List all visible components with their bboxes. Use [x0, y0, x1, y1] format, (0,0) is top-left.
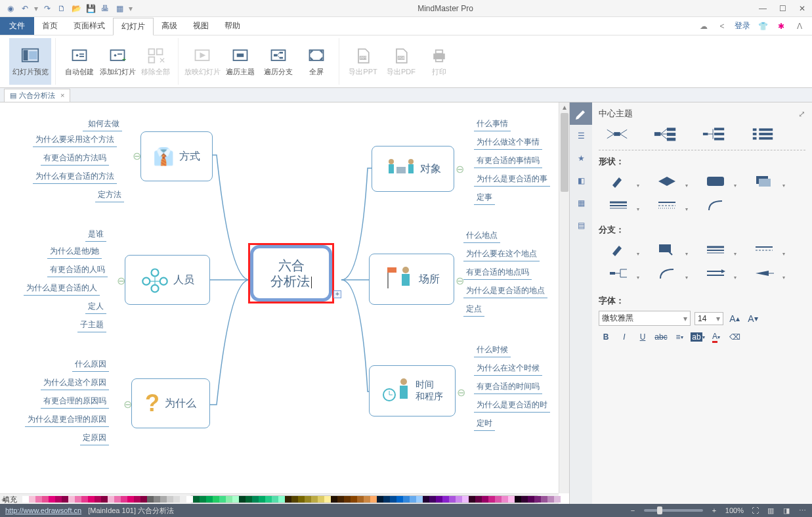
more-icon[interactable]: ⋯ [798, 506, 807, 515]
sidetab-clip[interactable]: ◧ [570, 169, 592, 192]
share-icon[interactable]: < [716, 20, 728, 32]
branch-fill[interactable]: ▾ [599, 240, 638, 259]
swatch[interactable] [173, 496, 180, 503]
app-logo-icon[interactable]: ✱ [775, 20, 787, 32]
sub-people-4[interactable]: 定人 [85, 300, 106, 314]
rounded-rect[interactable]: ▾ [696, 171, 735, 191]
center-topic-text[interactable]: 六合 分析法 [250, 245, 332, 302]
shadow-button[interactable]: ▾ [744, 171, 784, 191]
swatch[interactable] [278, 496, 285, 503]
swatch[interactable] [213, 496, 219, 503]
sub-object-1[interactable]: 为什么做这个事情 [474, 135, 542, 150]
swatch[interactable] [377, 496, 383, 503]
swatch[interactable] [200, 496, 206, 503]
swatch[interactable] [429, 496, 436, 503]
sidetab-badge[interactable]: ★ [570, 147, 592, 169]
sub-time-4[interactable]: 定时 [474, 416, 495, 431]
swatch[interactable] [547, 496, 554, 503]
swatch[interactable] [462, 496, 469, 503]
tab-view[interactable]: 视图 [185, 17, 217, 35]
branch-dash[interactable]: ▾ [744, 240, 784, 259]
swatch[interactable] [22, 496, 29, 503]
sub-why-1[interactable]: 为什么是这个原因 [41, 376, 109, 390]
sub-people-5[interactable]: 子主题 [77, 318, 106, 332]
underline-button[interactable]: U [635, 330, 650, 344]
swatch[interactable] [81, 496, 88, 503]
add-child-icon[interactable]: + [333, 290, 341, 298]
branch-format[interactable]: ▾ [647, 240, 687, 259]
swatch[interactable] [265, 496, 272, 503]
swatch[interactable] [95, 496, 101, 503]
sub-place-1[interactable]: 为什么要在这个地点 [463, 247, 540, 261]
strikethrough-button[interactable]: abc [654, 330, 668, 344]
undo-icon[interactable]: ↶ [20, 3, 30, 14]
swatch[interactable] [495, 496, 502, 503]
swatch[interactable] [482, 496, 488, 503]
highlight-button[interactable]: ab▾ [691, 330, 705, 344]
collapse-ribbon-icon[interactable]: ᐱ [794, 20, 805, 32]
close-icon[interactable]: ✕ [798, 4, 807, 13]
sidetab-list[interactable]: ☰ [570, 125, 592, 147]
branch-arrow[interactable]: ▾ [696, 263, 735, 283]
sub-people-1[interactable]: 为什么是他/她 [47, 244, 102, 259]
swatch[interactable] [29, 496, 35, 503]
clear-format-button[interactable]: ⌫ [727, 330, 742, 344]
swatch[interactable] [232, 496, 239, 503]
sub-place-3[interactable]: 为什么是更合适的地点 [463, 284, 547, 298]
document-tab[interactable]: ▤ 六合分析法 × [4, 89, 70, 102]
swatch[interactable] [357, 496, 364, 503]
swatch[interactable] [305, 496, 311, 503]
sub-method-2[interactable]: 有更合适的方法吗 [41, 151, 109, 166]
style-list[interactable] [744, 125, 781, 143]
center-topic[interactable]: 六合 分析法 [248, 243, 334, 303]
branch-object[interactable]: 对象 [372, 146, 454, 192]
collapse-icon[interactable]: ⊖ [117, 275, 125, 287]
decrease-font-button[interactable]: A▾ [746, 311, 760, 326]
swatch[interactable] [259, 496, 265, 503]
sidetab-calendar[interactable]: ▤ [570, 214, 592, 236]
sub-why-3[interactable]: 为什么是更合理的原因 [25, 413, 109, 427]
sub-people-2[interactable]: 有更合适的人吗 [47, 263, 108, 277]
maximize-icon[interactable]: ☐ [778, 4, 787, 13]
style-right-tree[interactable] [647, 125, 684, 143]
minimize-icon[interactable]: — [758, 4, 767, 13]
swatch[interactable] [534, 496, 541, 503]
swatch[interactable] [108, 496, 114, 503]
sub-why-0[interactable]: 什么原因 [72, 357, 109, 372]
swatch[interactable] [134, 496, 140, 503]
open-icon[interactable]: 📂 [71, 3, 81, 14]
sidetab-image[interactable]: ▦ [570, 192, 592, 214]
swatch[interactable] [449, 496, 456, 503]
redo-icon[interactable]: ↷ [42, 3, 53, 14]
swatch[interactable] [121, 496, 127, 503]
style-radial[interactable] [599, 125, 635, 143]
sub-method-1[interactable]: 为什么要采用这个方法 [33, 133, 117, 147]
swatch[interactable] [186, 496, 193, 503]
branch-time[interactable]: 时间 和程序 [369, 365, 456, 416]
slideshow-preview-button[interactable]: 幻灯片预览 [9, 38, 51, 85]
swatch[interactable] [456, 496, 462, 503]
font-color-button[interactable]: A▾ [709, 330, 723, 344]
auto-create-button[interactable]: 自动创建 [61, 38, 98, 85]
swatch[interactable] [331, 496, 337, 503]
font-size-select[interactable]: 14▾ [694, 312, 723, 325]
swatch[interactable] [167, 496, 173, 503]
swatch[interactable] [239, 496, 246, 503]
new-icon[interactable]: 🗋 [56, 3, 67, 14]
panel-toggle-icon[interactable]: ◨ [782, 506, 791, 515]
sub-why-2[interactable]: 有更合理的原因吗 [41, 394, 109, 409]
swatch[interactable] [62, 496, 68, 503]
print-icon[interactable]: 🖶 [100, 3, 110, 14]
swatch[interactable] [154, 496, 160, 503]
tshirt-icon[interactable]: 👕 [757, 20, 769, 32]
sub-time-2[interactable]: 有更合适的时间吗 [474, 380, 542, 394]
swatch[interactable] [344, 496, 351, 503]
sub-time-3[interactable]: 为什么是更合适的时 [474, 398, 550, 413]
sub-why-4[interactable]: 定原因 [80, 431, 109, 445]
swatch[interactable] [383, 496, 390, 503]
italic-button[interactable]: I [617, 330, 631, 344]
branch-weight[interactable]: ▾ [696, 240, 735, 259]
swatch[interactable] [311, 496, 318, 503]
branch-method[interactable]: 👔 方式 [140, 131, 213, 181]
increase-font-button[interactable]: A▴ [727, 311, 742, 326]
